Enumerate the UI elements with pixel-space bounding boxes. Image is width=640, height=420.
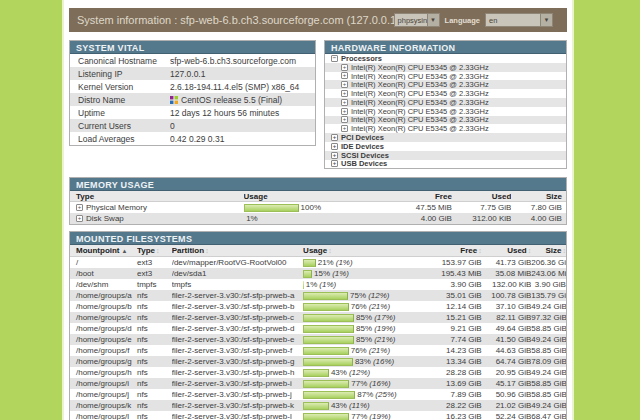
fs-free-cell: 13.69 GiB xyxy=(432,379,482,388)
fs-usage-cell: 77%(16%) xyxy=(303,379,432,388)
cpu-tree-item[interactable]: +Intel(R) Xeon(R) CPU E5345 @ 2.33GHz xyxy=(325,89,566,98)
fs-used-cell: 20.95 GiB xyxy=(482,368,532,377)
fs-free-cell: 7.74 GiB xyxy=(432,335,482,344)
vital-value: 2.6.18-194.11.4.el5 (SMP) x86_64 xyxy=(170,82,315,92)
cpu-tree-item[interactable]: +Intel(R) Xeon(R) CPU E5345 @ 2.33GHz xyxy=(325,124,566,133)
plus-icon[interactable]: + xyxy=(341,72,348,79)
sort-icon: ↕ xyxy=(156,247,160,254)
fs-partition-cell: filer-2-server-3.v30:/sf-sfp-prweb-l xyxy=(172,412,303,420)
fs-col-size[interactable]: Size↕ xyxy=(531,246,566,255)
hardware-tree-item[interactable]: +SCSI Devices xyxy=(325,151,566,160)
plus-icon[interactable]: + xyxy=(76,215,83,222)
fs-used-cell: 49.64 GiB xyxy=(482,324,532,333)
fs-size-cell: 97.32 GiB xyxy=(531,313,566,322)
plus-icon[interactable]: + xyxy=(341,81,348,88)
fs-used-cell: 82.11 GiB xyxy=(482,313,532,322)
minus-icon[interactable]: − xyxy=(331,55,338,62)
fs-row: /home/groups/dnfsfiler-2-server-3.v30:/s… xyxy=(70,323,566,334)
plus-icon[interactable]: + xyxy=(341,125,348,132)
fs-mount-cell: /home/groups/l xyxy=(70,412,137,420)
memory-used-cell: 312.00 KiB xyxy=(452,214,512,223)
usage-percent: 87% xyxy=(357,390,373,399)
fs-row: /home/groups/knfsfiler-2-server-3.v30:/s… xyxy=(70,400,566,411)
plus-icon[interactable]: + xyxy=(341,90,348,97)
usage-percent-inodes: (21%) xyxy=(369,302,390,311)
vital-label: Listening IP xyxy=(78,69,170,79)
fs-used-cell: 44.63 GiB xyxy=(482,346,532,355)
memory-type-label: Physical Memory xyxy=(86,203,147,212)
fs-free-cell: 195.43 MiB xyxy=(432,269,482,278)
fs-col-free[interactable]: Free↕ xyxy=(432,246,482,255)
fs-usage-cell: 21%(1%) xyxy=(303,258,432,267)
language-select[interactable]: en ▼ xyxy=(485,13,553,27)
fs-col-type[interactable]: Type↕ xyxy=(137,246,172,255)
plus-icon[interactable]: + xyxy=(331,160,338,167)
cpu-tree-item[interactable]: +Intel(R) Xeon(R) CPU E5345 @ 2.33GHz xyxy=(325,98,566,107)
fs-type-cell: nfs xyxy=(137,346,172,355)
vital-value: 12 days 12 hours 56 minutes xyxy=(170,108,315,118)
hardware-title: HARDWARE INFORMATION xyxy=(325,41,566,54)
hardware-tree-item[interactable]: +IDE Devices xyxy=(325,142,566,151)
system-vital-box: SYSTEM VITAL Canonical Hostnamesfp-web-6… xyxy=(69,40,316,146)
fs-col-usage[interactable]: Usage↕ xyxy=(303,246,432,255)
memory-box: MEMORY USAGE Type Usage Free Used Size +… xyxy=(69,177,567,225)
hardware-tree-item[interactable]: +PCI Devices xyxy=(325,133,566,142)
plus-icon[interactable]: + xyxy=(331,143,338,150)
memory-size-cell: 7.80 GiB xyxy=(511,203,566,212)
cpu-tree-item[interactable]: +Intel(R) Xeon(R) CPU E5345 @ 2.33GHz xyxy=(325,72,566,81)
fs-usage-cell: 43%(12%) xyxy=(303,368,432,377)
cpu-tree-item[interactable]: +Intel(R) Xeon(R) CPU E5345 @ 2.33GHz xyxy=(325,63,566,72)
fs-used-cell: 41.50 GiB xyxy=(482,335,532,344)
hardware-tree-item[interactable]: +USB Devices xyxy=(325,160,566,169)
usage-bar xyxy=(303,292,348,300)
plus-icon[interactable]: + xyxy=(331,152,338,159)
chevron-down-icon[interactable]: ▼ xyxy=(427,14,439,26)
plus-icon[interactable]: + xyxy=(341,99,348,106)
fs-used-cell: 132.00 KiB xyxy=(482,280,532,289)
fs-size-cell: 49.24 GiB xyxy=(531,368,566,377)
usage-bar xyxy=(244,204,299,212)
fs-type-cell: nfs xyxy=(137,412,172,420)
fs-used-cell: 100.78 GiB xyxy=(482,291,532,300)
usage-percent: 77% xyxy=(351,379,367,388)
fs-used-cell: 64.74 GiB xyxy=(482,357,532,366)
fs-col-part[interactable]: Partition↕ xyxy=(172,246,303,255)
usage-percent: 76% xyxy=(351,346,367,355)
plus-icon[interactable]: + xyxy=(341,116,348,123)
fs-used-cell: 45.17 GiB xyxy=(482,379,532,388)
vital-value: 127.0.0.1 xyxy=(170,69,315,79)
tree-item-label: Intel(R) Xeon(R) CPU E5345 @ 2.33GHz xyxy=(351,80,489,89)
fs-col-mount[interactable]: Mountpoint▲ xyxy=(70,246,137,255)
fs-size-cell: 58.85 GiB xyxy=(531,390,566,399)
plus-icon[interactable]: + xyxy=(341,108,348,115)
system-vital-title: SYSTEM VITAL xyxy=(70,41,315,54)
template-select[interactable]: phpsysinfo ▼ xyxy=(394,13,440,27)
vital-value-text: 0.42 0.29 0.31 xyxy=(170,134,224,144)
fs-size-cell: 58.85 GiB xyxy=(531,324,566,333)
plus-icon[interactable]: + xyxy=(341,64,348,71)
usage-bar xyxy=(303,259,316,267)
fs-used-cell: 52.24 GiB xyxy=(482,412,532,420)
fs-col-used[interactable]: Used↕ xyxy=(482,246,532,255)
fs-mount-cell: /boot xyxy=(70,269,137,278)
plus-icon[interactable]: + xyxy=(76,204,83,211)
cpu-tree-item[interactable]: +Intel(R) Xeon(R) CPU E5345 @ 2.33GHz xyxy=(325,107,566,116)
plus-icon[interactable]: + xyxy=(331,134,338,141)
usage-percent-inodes: (12%) xyxy=(368,291,389,300)
fs-usage-cell: 77%(19%) xyxy=(303,412,432,420)
chevron-down-icon[interactable]: ▼ xyxy=(540,14,552,26)
vital-value-text: 127.0.0.1 xyxy=(170,69,205,79)
top-columns: SYSTEM VITAL Canonical Hostnamesfp-web-6… xyxy=(69,40,567,169)
hardware-tree-item[interactable]: −Processors xyxy=(325,54,566,63)
usage-percent-inodes: (17%) xyxy=(374,313,395,322)
tree-item-label: Intel(R) Xeon(R) CPU E5345 @ 2.33GHz xyxy=(351,124,489,133)
tree-item-label: Intel(R) Xeon(R) CPU E5345 @ 2.33GHz xyxy=(351,107,489,116)
cpu-tree-item[interactable]: +Intel(R) Xeon(R) CPU E5345 @ 2.33GHz xyxy=(325,116,566,125)
vital-value-text: sfp-web-6.b.ch3.sourceforge.com xyxy=(170,56,296,66)
usage-percent-inodes: (1%) xyxy=(332,269,349,278)
fs-partition-cell: filer-2-server-3.v30:/sf-sfp-prweb-e xyxy=(172,335,303,344)
fs-free-cell: 9.21 GiB xyxy=(432,324,482,333)
vital-label: Distro Name xyxy=(78,95,170,105)
cpu-tree-item[interactable]: +Intel(R) Xeon(R) CPU E5345 @ 2.33GHz xyxy=(325,80,566,89)
fs-free-cell: 13.34 GiB xyxy=(432,357,482,366)
